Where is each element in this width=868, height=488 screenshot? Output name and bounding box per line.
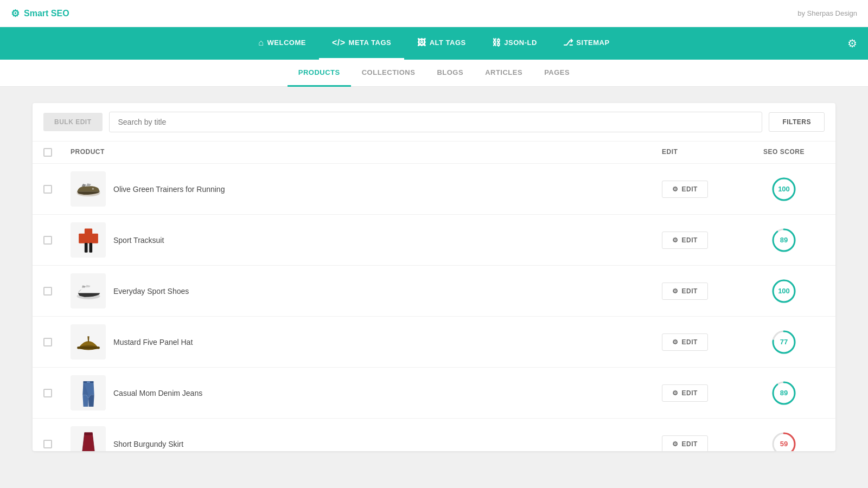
row-checkbox[interactable] — [43, 338, 52, 346]
edit-button[interactable]: ⚙ EDIT — [662, 282, 708, 300]
score-circle: 100 — [771, 176, 797, 202]
sub-nav-articles[interactable]: ARTICLES — [474, 60, 533, 87]
gear-icon: ⚙ — [672, 185, 679, 193]
gear-icon: ⚙ — [672, 389, 679, 397]
row-checkbox-cell — [43, 389, 71, 397]
table-row: Olive Green Trainers for Running ⚙ EDIT … — [33, 164, 835, 215]
score-value: 100 — [778, 185, 790, 193]
nav-bar: ⌂ WELCOME </> META TAGS 🖼 ALT TAGS ⛓ JSO… — [0, 27, 868, 60]
svg-rect-4 — [84, 228, 92, 234]
gear-icon: ⚙ — [672, 440, 679, 448]
nav-item-welcome[interactable]: ⌂ WELCOME — [245, 27, 319, 60]
gear-icon: ⚙ — [672, 287, 679, 295]
score-value: 100 — [778, 287, 790, 295]
product-image — [71, 324, 106, 359]
header-product: PRODUCT — [71, 148, 662, 157]
product-cell: Mustard Five Panel Hat — [71, 324, 662, 359]
score-circle: 59 — [771, 431, 797, 452]
gear-icon: ⚙ — [672, 236, 679, 244]
top-bar: ⚙ Smart SEO by Sherpas Design — [0, 0, 868, 27]
score-value: 77 — [780, 338, 788, 346]
nav-label-welcome: WELCOME — [267, 38, 306, 47]
header-edit: EDIT — [662, 148, 743, 157]
sitemap-icon: ⎇ — [563, 37, 573, 48]
row-checkbox[interactable] — [43, 236, 52, 245]
edit-label: EDIT — [682, 287, 698, 295]
score-circle: 100 — [771, 278, 797, 304]
product-cell: Sport Tracksuit — [71, 222, 662, 258]
content-card: BULK EDIT FILTERS PRODUCT EDIT SEO SCORE — [33, 103, 835, 451]
row-checkbox-cell — [43, 236, 71, 245]
filters-button[interactable]: FILTERS — [769, 112, 825, 132]
search-input[interactable] — [109, 112, 763, 132]
bulk-edit-button[interactable]: BULK EDIT — [43, 113, 103, 131]
header-seo-score: SEO SCORE — [743, 148, 825, 157]
edit-button[interactable]: ⚙ EDIT — [662, 181, 708, 198]
edit-button[interactable]: ⚙ EDIT — [662, 384, 708, 402]
nav-item-json-ld[interactable]: ⛓ JSON-LD — [479, 27, 550, 60]
sub-nav-pages[interactable]: PAGES — [533, 60, 580, 87]
row-checkbox[interactable] — [43, 389, 52, 397]
score-circle: 77 — [771, 329, 797, 355]
sub-nav-collections[interactable]: COLLECTIONS — [351, 60, 426, 87]
main-content: BULK EDIT FILTERS PRODUCT EDIT SEO SCORE — [0, 87, 868, 467]
nav-label-sitemap: SITEMAP — [576, 38, 609, 47]
product-image — [71, 171, 106, 207]
edit-cell: ⚙ EDIT — [662, 333, 743, 351]
by-sherpas: by Sherpas Design — [797, 9, 857, 17]
edit-button[interactable]: ⚙ EDIT — [662, 232, 708, 249]
edit-button[interactable]: ⚙ EDIT — [662, 333, 708, 351]
svg-rect-19 — [86, 381, 90, 382]
product-name: Casual Mom Denim Jeans — [113, 389, 202, 397]
edit-label: EDIT — [682, 389, 698, 397]
product-image — [71, 375, 106, 410]
code-icon: </> — [332, 38, 346, 48]
nav-label-alt-tags: ALT TAGS — [430, 38, 466, 47]
settings-icon[interactable]: ⚙ — [847, 37, 857, 50]
edit-button[interactable]: ⚙ EDIT — [662, 435, 708, 452]
row-checkbox-cell — [43, 185, 71, 194]
score-cell: 89 — [743, 380, 825, 406]
product-cell: Casual Mom Denim Jeans — [71, 375, 662, 410]
header-checkbox[interactable] — [43, 148, 52, 157]
svg-rect-15 — [77, 346, 100, 349]
score-cell: 100 — [743, 176, 825, 202]
score-value: 89 — [780, 389, 788, 397]
row-checkbox[interactable] — [43, 185, 52, 194]
nav-item-alt-tags[interactable]: 🖼 ALT TAGS — [404, 27, 479, 60]
svg-rect-7 — [93, 233, 98, 243]
score-value: 89 — [780, 236, 788, 244]
share-icon: ⛓ — [492, 38, 501, 48]
row-checkbox[interactable] — [43, 287, 52, 296]
nav-label-meta-tags: META TAGS — [349, 38, 392, 47]
svg-rect-9 — [89, 243, 92, 253]
table-row: Short Burgundy Skirt ⚙ EDIT 59 — [33, 419, 835, 451]
gear-icon: ⚙ — [672, 338, 679, 346]
product-cell: Short Burgundy Skirt — [71, 426, 662, 451]
edit-cell: ⚙ EDIT — [662, 435, 743, 452]
svg-rect-8 — [84, 243, 87, 253]
edit-label: EDIT — [682, 440, 698, 448]
nav-item-sitemap[interactable]: ⎇ SITEMAP — [550, 27, 623, 60]
edit-cell: ⚙ EDIT — [662, 181, 743, 198]
row-checkbox[interactable] — [43, 440, 52, 448]
score-cell: 59 — [743, 431, 825, 452]
table-row: Sport Tracksuit ⚙ EDIT 89 — [33, 215, 835, 266]
product-cell: Olive Green Trainers for Running — [71, 171, 662, 207]
score-value: 59 — [780, 440, 788, 448]
product-name: Short Burgundy Skirt — [113, 440, 183, 448]
product-image — [71, 426, 106, 451]
product-name: Olive Green Trainers for Running — [113, 185, 225, 194]
score-cell: 100 — [743, 278, 825, 304]
row-checkbox-cell — [43, 338, 71, 346]
nav-item-meta-tags[interactable]: </> META TAGS — [319, 27, 404, 60]
edit-cell: ⚙ EDIT — [662, 282, 743, 300]
score-circle: 89 — [771, 227, 797, 253]
sub-nav-products[interactable]: PRODUCTS — [288, 60, 351, 87]
header-checkbox-cell — [43, 148, 71, 157]
score-cell: 89 — [743, 227, 825, 253]
product-name: Sport Tracksuit — [113, 236, 164, 245]
sub-nav-blogs[interactable]: BLOGS — [426, 60, 474, 87]
product-name: Mustard Five Panel Hat — [113, 338, 193, 346]
edit-label: EDIT — [682, 236, 698, 244]
